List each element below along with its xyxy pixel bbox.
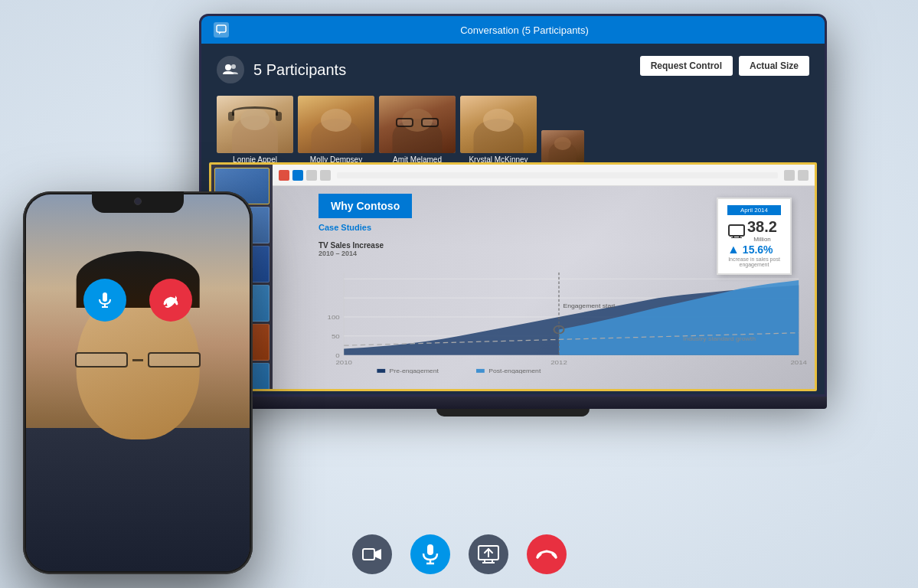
video-toggle-button[interactable]: [352, 534, 392, 574]
slide-presentation-area: Why Contoso Case Studies TV Sales Increa…: [273, 186, 815, 389]
svg-rect-3: [729, 225, 744, 236]
control-buttons: Request Control Actual Size: [640, 56, 809, 76]
stat-increase: ▲ 15.6%: [727, 243, 781, 256]
actual-size-button[interactable]: Actual Size: [739, 56, 809, 76]
shared-screen[interactable]: Why Contoso Case Studies TV Sales Increa…: [209, 162, 817, 391]
participant-lonnie[interactable]: Lonnie Appel: [217, 96, 293, 164]
svg-rect-24: [476, 368, 485, 372]
bottom-controls: [352, 534, 567, 574]
titlebar-title: Conversation (5 Participants): [237, 24, 812, 36]
svg-rect-0: [217, 25, 226, 32]
laptop-screen: Conversation (5 Participants) 5 Particip…: [199, 14, 827, 397]
toolbar-dot-2: [292, 170, 303, 181]
svg-text:50: 50: [332, 333, 340, 340]
end-call-icon: [161, 290, 181, 310]
main-slide: Why Contoso Case Studies TV Sales Increa…: [273, 165, 815, 389]
svg-text:Industry standard growth: Industry standard growth: [683, 336, 756, 342]
phone-notch: [92, 191, 184, 213]
slide-toolbar: [273, 165, 815, 186]
toolbar-dot-4: [320, 170, 331, 181]
participant-krystal[interactable]: Krystal McKinney: [460, 96, 537, 164]
request-control-button[interactable]: Request Control: [640, 56, 733, 76]
svg-text:2014: 2014: [790, 359, 807, 366]
phone-vol-down: [23, 282, 24, 303]
microphone-bottom-icon: [422, 544, 439, 565]
chart-svg-wrap: 0 50 100 2010 2014 2012 Pre-engag: [311, 273, 807, 374]
caller-video: [26, 194, 250, 571]
svg-text:0: 0: [335, 352, 340, 359]
participant-row: Lonnie Appel Molly Dempsey: [217, 96, 809, 164]
chat-icon: [214, 22, 229, 38]
microphone-icon: [96, 291, 114, 309]
end-call-bottom-button[interactable]: [527, 534, 567, 574]
chart-years: 2010 – 2014: [319, 250, 384, 257]
phone-end-call-button[interactable]: [149, 279, 192, 322]
toolbar-dot-1: [279, 170, 289, 181]
up-arrow-icon: ▲: [727, 243, 740, 256]
svg-text:Engagement start: Engagement start: [563, 302, 616, 309]
laptop-stand: [199, 397, 827, 409]
phone-power-button: [252, 268, 253, 299]
participant-molly[interactable]: Molly Dempsey: [298, 96, 374, 164]
svg-rect-22: [377, 368, 385, 372]
screen-content: Why Contoso Case Studies TV Sales Increa…: [211, 165, 815, 389]
stat-value: 38.2: [747, 218, 777, 236]
svg-text:100: 100: [328, 314, 340, 321]
screen-share-icon: [478, 545, 499, 564]
mic-toggle-button[interactable]: [410, 534, 450, 574]
svg-text:2012: 2012: [550, 359, 567, 366]
stats-box: April 2014 38.2: [717, 198, 792, 275]
svg-point-2: [231, 64, 236, 69]
svg-text:Pre-engagement: Pre-engagement: [390, 368, 439, 374]
stat-unit: Million: [747, 236, 777, 243]
laptop-titlebar: Conversation (5 Participants): [201, 16, 825, 44]
svg-text:Post-engagement: Post-engagement: [488, 368, 541, 374]
slide-subtitle: Case Studies: [319, 223, 371, 232]
chart-title: TV Sales Increase: [319, 241, 384, 250]
phone-screen: S Skype for Business × Lei Teng 20:06: [26, 194, 250, 571]
chart-title-area: TV Sales Increase 2010 – 2014: [319, 241, 384, 257]
participants-icon: [217, 56, 244, 83]
svg-rect-36: [427, 544, 433, 555]
participants-count: 5 Participants: [253, 61, 346, 79]
participant-fifth[interactable]: [541, 130, 584, 164]
svg-rect-30: [103, 292, 107, 302]
stat-increase-label: Increase in sales post engagement: [727, 256, 781, 267]
svg-text:2010: 2010: [335, 359, 352, 366]
laptop-content: 5 Participants Request Control Actual Si…: [201, 44, 825, 397]
phone-vol-up: [23, 253, 24, 274]
participant-amit[interactable]: Amit Melamed: [379, 96, 456, 164]
svg-point-1: [225, 64, 231, 70]
toolbar-dot-3: [306, 170, 317, 181]
phone-controls: [26, 279, 250, 322]
phone-device: S Skype for Business × Lei Teng 20:06: [23, 191, 253, 574]
laptop-foot: [436, 409, 590, 416]
phone-mute-button[interactable]: [83, 279, 126, 322]
svg-rect-35: [363, 549, 374, 560]
video-camera-icon: [362, 547, 382, 562]
toolbar-dot-5: [784, 170, 795, 181]
slide-title: Why Contoso: [319, 194, 412, 218]
stat-date: April 2014: [727, 205, 781, 215]
toolbar-dot-6: [798, 170, 809, 181]
end-call-bottom-icon: [536, 547, 557, 562]
screen-share-button[interactable]: [469, 534, 508, 574]
laptop-device: Conversation (5 Participants) 5 Particip…: [199, 14, 827, 427]
phone-camera: [134, 198, 142, 205]
